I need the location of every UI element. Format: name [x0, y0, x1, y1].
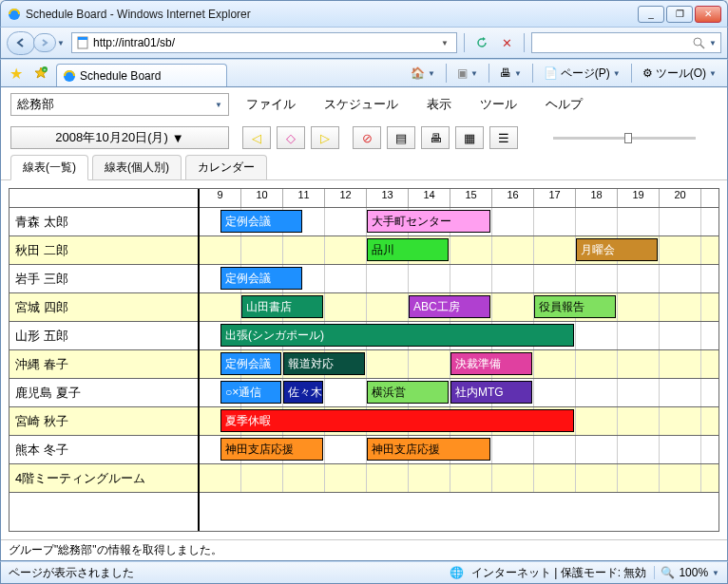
event-block[interactable]: 横浜営 [367, 381, 449, 404]
tab-individual-view[interactable]: 線表(個人別) [92, 155, 182, 179]
event-block[interactable]: ○×通信 [220, 381, 281, 404]
slider-thumb[interactable] [624, 133, 632, 143]
person-row[interactable]: 4階ミーティングルーム [10, 464, 198, 493]
zoom-control[interactable]: 🔍 100% ▼ [654, 566, 719, 579]
event-block[interactable]: 夏季休暇 [220, 409, 574, 432]
event-block[interactable]: 決裁準備 [450, 352, 532, 375]
grid-cell [660, 350, 701, 378]
hour-header: 10 [241, 189, 283, 207]
event-block[interactable]: 神田支店応援 [220, 438, 323, 461]
event-block[interactable]: 役員報告 [534, 295, 616, 318]
browser-tab[interactable]: Schedule Board [56, 64, 227, 86]
grid-row[interactable]: 出張(シンガポール) [200, 322, 718, 350]
grid-row[interactable]: 定例会議 [200, 265, 718, 293]
time-grid[interactable]: 91011121314151617181920 定例会議大手町センター品川月曜会… [200, 189, 718, 531]
event-block[interactable]: 月曜会 [576, 238, 658, 261]
event-block[interactable]: 山田書店 [241, 295, 323, 318]
svg-text:+: + [44, 66, 47, 72]
menu-tools[interactable]: ツール [474, 94, 523, 115]
event-block[interactable]: 神田支店応援 [367, 438, 490, 461]
maximize-button[interactable]: ❐ [666, 6, 693, 23]
menu-schedule[interactable]: スケジュール [318, 94, 404, 115]
tools-menu[interactable]: ⚙ツール(O)▼ [638, 63, 721, 84]
search-dropdown-icon[interactable]: ▼ [709, 39, 717, 47]
schedule-grid: 青森 太郎秋田 二郎岩手 三郎宮城 四郎山形 五郎沖縄 春子鹿児島 夏子宮崎 秋… [9, 188, 719, 532]
grid-row[interactable]: 山田書店ABC工房役員報告 [200, 293, 718, 322]
hour-header: 16 [492, 189, 534, 207]
favorites-icon[interactable]: ★ [7, 64, 26, 83]
nav-history-dropdown[interactable]: ▼ [54, 31, 67, 55]
app-print-button[interactable]: 🖶 [421, 126, 450, 149]
grid-row[interactable]: 品川月曜会 [200, 236, 718, 265]
home-button[interactable]: 🏠▼ [406, 63, 440, 84]
chevron-down-icon: ▼ [215, 101, 222, 109]
person-row[interactable]: 鹿児島 夏子 [10, 379, 198, 407]
event-block[interactable]: 報道対応 [283, 352, 365, 375]
ie-icon [7, 7, 22, 22]
search-input[interactable] [536, 36, 688, 49]
list-view-button[interactable]: ☰ [489, 126, 518, 149]
search-icon[interactable] [692, 36, 705, 49]
stop-button[interactable]: ✕ [496, 32, 517, 53]
hour-header: 12 [325, 189, 367, 207]
rss-button[interactable]: ▣▼ [452, 63, 483, 84]
person-row[interactable]: 宮城 四郎 [10, 293, 198, 322]
minimize-button[interactable]: _ [638, 6, 664, 23]
event-block[interactable]: 社内MTG [450, 381, 532, 404]
person-row[interactable]: 沖縄 春子 [10, 350, 198, 379]
person-row[interactable]: 青森 太郎 [10, 208, 198, 236]
close-button[interactable]: ✕ [695, 6, 721, 23]
address-dropdown-icon[interactable]: ▼ [437, 39, 452, 47]
address-bar[interactable]: http://intra01/sb/ ▼ [71, 32, 457, 53]
grid-row[interactable]: ○×通信佐々木横浜営社内MTG [200, 379, 718, 407]
zoom-dropdown-icon: ▼ [712, 569, 719, 577]
page-menu-icon: 📄 [544, 66, 558, 80]
zoom-slider[interactable] [531, 137, 718, 140]
menu-help[interactable]: ヘルプ [540, 94, 588, 115]
tab-list-view[interactable]: 線表(一覧) [10, 155, 88, 180]
group-select[interactable]: 総務部 ▼ [10, 93, 229, 116]
forward-button[interactable] [33, 33, 56, 52]
print-button[interactable]: 🖶▼ [495, 63, 527, 84]
prev-day-button[interactable]: ◁ [242, 126, 271, 149]
grid-cell [660, 293, 701, 321]
grid-row[interactable] [200, 464, 718, 493]
refresh-button[interactable] [471, 32, 492, 53]
menu-view[interactable]: 表示 [421, 94, 457, 115]
tool-button-2[interactable]: ▤ [387, 126, 415, 149]
event-block[interactable]: 大手町センター [367, 210, 490, 233]
event-block[interactable]: 定例会議 [220, 267, 302, 290]
grid-row[interactable]: 定例会議大手町センター [200, 208, 718, 236]
add-favorite-icon[interactable]: + [31, 64, 50, 83]
event-block[interactable]: 佐々木 [283, 381, 323, 404]
event-block[interactable]: ABC工房 [409, 295, 490, 318]
person-row[interactable]: 岩手 三郎 [10, 265, 198, 293]
tool-button-1[interactable]: ⊘ [353, 126, 381, 149]
date-picker[interactable]: 2008年10月20日(月) ▼ [10, 126, 229, 149]
page-menu[interactable]: 📄ページ(P)▼ [539, 63, 625, 84]
person-row[interactable]: 山形 五郎 [10, 322, 198, 350]
person-row[interactable]: 熊本 冬子 [10, 436, 198, 464]
zoom-icon: 🔍 [661, 566, 675, 579]
grid-view-button[interactable]: ▦ [455, 126, 484, 149]
address-bar-row: ▼ http://intra01/sb/ ▼ ✕ ▼ [0, 27, 728, 59]
grid-row[interactable]: 神田支店応援神田支店応援 [200, 436, 718, 464]
event-block[interactable]: 定例会議 [220, 210, 302, 233]
event-block[interactable]: 出張(シンガポール) [220, 324, 574, 347]
event-block[interactable]: 定例会議 [220, 352, 281, 375]
grid-cell [200, 293, 241, 321]
today-button[interactable]: ◇ [277, 126, 305, 149]
grid-cell [576, 322, 618, 349]
person-row[interactable]: 宮崎 秋子 [10, 407, 198, 436]
back-button[interactable] [7, 31, 35, 55]
grid-row[interactable]: 夏季休暇 [200, 407, 718, 436]
grid-cell [534, 464, 576, 492]
search-box[interactable]: ▼ [531, 32, 721, 53]
person-row[interactable]: 秋田 二郎 [10, 236, 198, 265]
menu-file[interactable]: ファイル [240, 94, 301, 115]
grid-cell [367, 293, 409, 321]
event-block[interactable]: 品川 [367, 238, 449, 261]
tab-calendar-view[interactable]: カレンダー [185, 155, 267, 179]
grid-row[interactable]: 定例会議報道対応決裁準備 [200, 350, 718, 379]
next-day-button[interactable]: ▷ [311, 126, 339, 149]
